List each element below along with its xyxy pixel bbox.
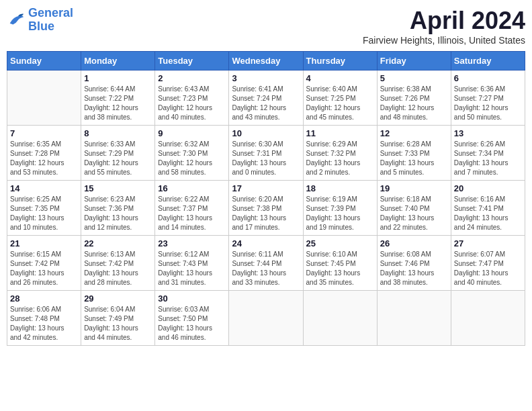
- day-number: 9: [158, 128, 226, 138]
- calendar-cell: [7, 71, 81, 126]
- calendar-cell: 16Sunrise: 6:22 AM Sunset: 7:37 PM Dayli…: [155, 181, 229, 236]
- day-info: Sunrise: 6:33 AM Sunset: 7:29 PM Dayligh…: [84, 140, 152, 177]
- calendar-cell: 3Sunrise: 6:41 AM Sunset: 7:24 PM Daylig…: [229, 71, 303, 126]
- weekday-header: Saturday: [451, 52, 525, 71]
- day-number: 15: [84, 183, 152, 193]
- calendar-cell: 25Sunrise: 6:10 AM Sunset: 7:45 PM Dayli…: [303, 236, 377, 291]
- calendar-table: SundayMondayTuesdayWednesdayThursdayFrid…: [7, 51, 525, 346]
- page-header: GeneralBlue April 2024 Fairview Heights,…: [7, 7, 525, 46]
- day-number: 26: [380, 238, 448, 248]
- day-number: 19: [380, 183, 448, 193]
- calendar-cell: 13Sunrise: 6:26 AM Sunset: 7:34 PM Dayli…: [451, 126, 525, 181]
- calendar-cell: 8Sunrise: 6:33 AM Sunset: 7:29 PM Daylig…: [81, 126, 155, 181]
- calendar-cell: 22Sunrise: 6:13 AM Sunset: 7:42 PM Dayli…: [81, 236, 155, 291]
- day-info: Sunrise: 6:30 AM Sunset: 7:31 PM Dayligh…: [232, 140, 300, 177]
- day-number: 29: [84, 293, 152, 304]
- day-info: Sunrise: 6:26 AM Sunset: 7:34 PM Dayligh…: [454, 140, 522, 177]
- logo-bird-icon: [7, 11, 26, 30]
- calendar-week-row: 28Sunrise: 6:06 AM Sunset: 7:48 PM Dayli…: [7, 291, 525, 346]
- day-info: Sunrise: 6:41 AM Sunset: 7:24 PM Dayligh…: [232, 85, 300, 122]
- day-info: Sunrise: 6:38 AM Sunset: 7:26 PM Dayligh…: [380, 85, 448, 122]
- day-info: Sunrise: 6:13 AM Sunset: 7:42 PM Dayligh…: [84, 250, 152, 287]
- day-number: 6: [454, 73, 522, 83]
- day-number: 18: [306, 183, 374, 193]
- day-info: Sunrise: 6:36 AM Sunset: 7:27 PM Dayligh…: [454, 85, 522, 122]
- day-info: Sunrise: 6:15 AM Sunset: 7:42 PM Dayligh…: [10, 250, 78, 287]
- day-number: 23: [158, 238, 226, 248]
- day-number: 17: [232, 183, 300, 193]
- calendar-cell: 20Sunrise: 6:16 AM Sunset: 7:41 PM Dayli…: [451, 181, 525, 236]
- day-number: 3: [232, 73, 300, 83]
- day-info: Sunrise: 6:03 AM Sunset: 7:50 PM Dayligh…: [158, 305, 226, 342]
- calendar-cell: 1Sunrise: 6:44 AM Sunset: 7:22 PM Daylig…: [81, 71, 155, 126]
- calendar-cell: 24Sunrise: 6:11 AM Sunset: 7:44 PM Dayli…: [229, 236, 303, 291]
- calendar-header-row: SundayMondayTuesdayWednesdayThursdayFrid…: [7, 52, 525, 71]
- weekday-header: Sunday: [7, 52, 81, 71]
- day-info: Sunrise: 6:04 AM Sunset: 7:49 PM Dayligh…: [84, 305, 152, 342]
- weekday-header: Monday: [81, 52, 155, 71]
- day-number: 10: [232, 128, 300, 138]
- logo-text: GeneralBlue: [28, 7, 73, 34]
- calendar-cell: [451, 291, 525, 346]
- day-info: Sunrise: 6:11 AM Sunset: 7:44 PM Dayligh…: [232, 250, 300, 287]
- day-number: 21: [10, 238, 78, 248]
- day-info: Sunrise: 6:08 AM Sunset: 7:46 PM Dayligh…: [380, 250, 448, 287]
- day-number: 25: [306, 238, 374, 248]
- day-info: Sunrise: 6:28 AM Sunset: 7:33 PM Dayligh…: [380, 140, 448, 177]
- title-block: April 2024 Fairview Heights, Illinois, U…: [363, 7, 525, 46]
- calendar-cell: 5Sunrise: 6:38 AM Sunset: 7:26 PM Daylig…: [377, 71, 451, 126]
- day-number: 12: [380, 128, 448, 138]
- calendar-cell: 21Sunrise: 6:15 AM Sunset: 7:42 PM Dayli…: [7, 236, 81, 291]
- day-number: 30: [158, 293, 226, 304]
- day-number: 5: [380, 73, 448, 83]
- day-info: Sunrise: 6:10 AM Sunset: 7:45 PM Dayligh…: [306, 250, 374, 287]
- calendar-cell: [229, 291, 303, 346]
- calendar-cell: 7Sunrise: 6:35 AM Sunset: 7:28 PM Daylig…: [7, 126, 81, 181]
- day-info: Sunrise: 6:16 AM Sunset: 7:41 PM Dayligh…: [454, 195, 522, 232]
- calendar-cell: 19Sunrise: 6:18 AM Sunset: 7:40 PM Dayli…: [377, 181, 451, 236]
- day-number: 28: [10, 293, 78, 304]
- calendar-cell: 28Sunrise: 6:06 AM Sunset: 7:48 PM Dayli…: [7, 291, 81, 346]
- calendar-cell: 9Sunrise: 6:32 AM Sunset: 7:30 PM Daylig…: [155, 126, 229, 181]
- calendar-cell: 18Sunrise: 6:19 AM Sunset: 7:39 PM Dayli…: [303, 181, 377, 236]
- calendar-cell: 14Sunrise: 6:25 AM Sunset: 7:35 PM Dayli…: [7, 181, 81, 236]
- calendar-cell: 30Sunrise: 6:03 AM Sunset: 7:50 PM Dayli…: [155, 291, 229, 346]
- weekday-header: Thursday: [303, 52, 377, 71]
- day-number: 8: [84, 128, 152, 138]
- day-number: 27: [454, 238, 522, 248]
- calendar-cell: 4Sunrise: 6:40 AM Sunset: 7:25 PM Daylig…: [303, 71, 377, 126]
- calendar-cell: [377, 291, 451, 346]
- calendar-cell: [303, 291, 377, 346]
- calendar-cell: 17Sunrise: 6:20 AM Sunset: 7:38 PM Dayli…: [229, 181, 303, 236]
- calendar-week-row: 21Sunrise: 6:15 AM Sunset: 7:42 PM Dayli…: [7, 236, 525, 291]
- calendar-week-row: 14Sunrise: 6:25 AM Sunset: 7:35 PM Dayli…: [7, 181, 525, 236]
- day-number: 14: [10, 183, 78, 193]
- calendar-cell: 26Sunrise: 6:08 AM Sunset: 7:46 PM Dayli…: [377, 236, 451, 291]
- day-info: Sunrise: 6:25 AM Sunset: 7:35 PM Dayligh…: [10, 195, 78, 232]
- calendar-cell: 12Sunrise: 6:28 AM Sunset: 7:33 PM Dayli…: [377, 126, 451, 181]
- weekday-header: Friday: [377, 52, 451, 71]
- day-info: Sunrise: 6:18 AM Sunset: 7:40 PM Dayligh…: [380, 195, 448, 232]
- day-info: Sunrise: 6:20 AM Sunset: 7:38 PM Dayligh…: [232, 195, 300, 232]
- calendar-cell: 29Sunrise: 6:04 AM Sunset: 7:49 PM Dayli…: [81, 291, 155, 346]
- day-number: 16: [158, 183, 226, 193]
- day-info: Sunrise: 6:29 AM Sunset: 7:32 PM Dayligh…: [306, 140, 374, 177]
- day-number: 1: [84, 73, 152, 83]
- day-number: 22: [84, 238, 152, 248]
- day-info: Sunrise: 6:44 AM Sunset: 7:22 PM Dayligh…: [84, 85, 152, 122]
- calendar-cell: 15Sunrise: 6:23 AM Sunset: 7:36 PM Dayli…: [81, 181, 155, 236]
- calendar-cell: 10Sunrise: 6:30 AM Sunset: 7:31 PM Dayli…: [229, 126, 303, 181]
- day-number: 24: [232, 238, 300, 248]
- day-info: Sunrise: 6:43 AM Sunset: 7:23 PM Dayligh…: [158, 85, 226, 122]
- day-info: Sunrise: 6:32 AM Sunset: 7:30 PM Dayligh…: [158, 140, 226, 177]
- weekday-header: Wednesday: [229, 52, 303, 71]
- calendar-cell: 2Sunrise: 6:43 AM Sunset: 7:23 PM Daylig…: [155, 71, 229, 126]
- day-info: Sunrise: 6:19 AM Sunset: 7:39 PM Dayligh…: [306, 195, 374, 232]
- location-subtitle: Fairview Heights, Illinois, United State…: [363, 35, 525, 46]
- day-number: 13: [454, 128, 522, 138]
- day-info: Sunrise: 6:35 AM Sunset: 7:28 PM Dayligh…: [10, 140, 78, 177]
- day-info: Sunrise: 6:12 AM Sunset: 7:43 PM Dayligh…: [158, 250, 226, 287]
- calendar-cell: 23Sunrise: 6:12 AM Sunset: 7:43 PM Dayli…: [155, 236, 229, 291]
- day-number: 20: [454, 183, 522, 193]
- calendar-cell: 6Sunrise: 6:36 AM Sunset: 7:27 PM Daylig…: [451, 71, 525, 126]
